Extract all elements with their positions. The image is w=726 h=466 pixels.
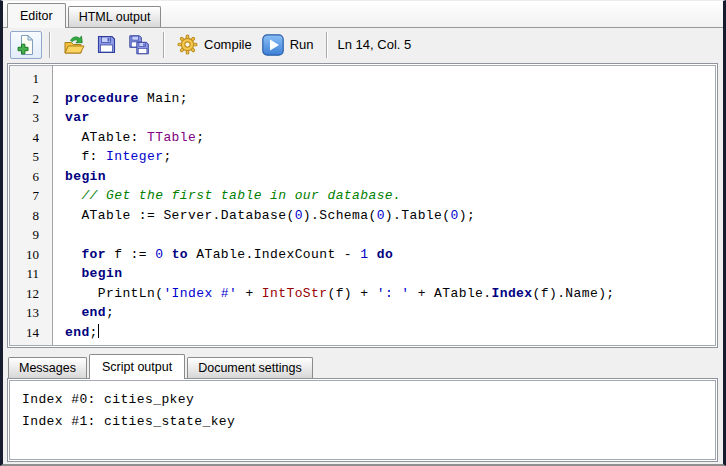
line-number: 3 (10, 108, 52, 128)
line-number: 7 (10, 186, 52, 206)
tab-messages[interactable]: Messages (8, 357, 87, 378)
tab-html-output[interactable]: HTML output (68, 6, 162, 27)
line-number: 6 (10, 167, 52, 187)
save-all-icon (127, 34, 151, 56)
line-number: 10 (10, 245, 52, 265)
code-line[interactable]: begin (65, 264, 715, 284)
code-line[interactable]: f: Integer; (65, 147, 715, 167)
line-number: 14 (10, 323, 52, 343)
code-area[interactable]: procedure Main;var ATable: TTable; f: In… (53, 66, 715, 345)
toolbar-separator (49, 32, 51, 58)
code-line[interactable]: procedure Main; (65, 89, 715, 109)
line-number: 9 (10, 225, 52, 245)
line-number: 4 (10, 128, 52, 148)
output-line: Index #1: cities_state_key (22, 411, 715, 433)
code-line[interactable]: end; (65, 303, 715, 323)
compile-button[interactable]: Compile (172, 31, 257, 58)
toolbar-separator (163, 32, 165, 58)
open-file-button[interactable] (58, 31, 91, 59)
code-line[interactable] (65, 225, 715, 245)
save-button[interactable] (91, 31, 122, 58)
save-icon (96, 34, 117, 55)
open-file-icon (63, 34, 86, 56)
compile-label: Compile (204, 37, 252, 52)
cursor-position-status: Ln 14, Col. 5 (338, 37, 412, 52)
toolbar-separator (326, 32, 328, 58)
code-editor-panel: 1234567891011121314 procedure Main;var A… (7, 63, 718, 348)
code-line[interactable]: ATable := Server.Database(0).Schema(0).T… (65, 206, 715, 226)
code-line[interactable]: begin (65, 167, 715, 187)
run-label: Run (290, 37, 314, 52)
script-output-panel[interactable]: Index #0: cities_pkeyIndex #1: cities_st… (7, 378, 718, 462)
app-window: EditorHTML output (0, 0, 726, 466)
run-button[interactable]: Run (257, 31, 319, 59)
output-area: Index #0: cities_pkeyIndex #1: cities_st… (9, 380, 716, 460)
line-number: 8 (10, 206, 52, 226)
save-all-button[interactable] (122, 31, 156, 59)
code-line[interactable] (65, 69, 715, 89)
line-number: 5 (10, 147, 52, 167)
run-play-icon (262, 34, 284, 56)
new-document-icon (15, 34, 37, 56)
line-number: 1 (10, 69, 52, 89)
code-line[interactable]: end; (65, 323, 715, 343)
code-line[interactable]: // Get the first table in our database. (65, 186, 715, 206)
code-line[interactable]: ATable: TTable; (65, 128, 715, 148)
line-number: 12 (10, 284, 52, 304)
tab-editor[interactable]: Editor (7, 3, 66, 28)
tab-document-settings[interactable]: Document settings (187, 357, 313, 378)
code-line[interactable]: for f := 0 to ATable.IndexCount - 1 do (65, 245, 715, 265)
top-tabbar: EditorHTML output (3, 1, 723, 28)
toolbar: Compile Run Ln 14, Col. 5 (3, 28, 723, 61)
output-line: Index #0: cities_pkey (22, 389, 715, 411)
code-line[interactable]: PrintLn('Index #' + IntToStr(f) + ': ' +… (65, 284, 715, 304)
compile-gear-icon (177, 34, 198, 55)
line-number: 2 (10, 89, 52, 109)
text-caret (98, 324, 99, 338)
new-document-button[interactable] (10, 31, 42, 59)
bottom-tabbar: MessagesScript outputDocument settings (3, 352, 723, 378)
line-number: 13 (10, 303, 52, 323)
code-line[interactable]: var (65, 108, 715, 128)
tab-script-output[interactable]: Script output (89, 354, 185, 379)
gutter: 1234567891011121314 (10, 66, 53, 345)
line-number: 11 (10, 264, 52, 284)
